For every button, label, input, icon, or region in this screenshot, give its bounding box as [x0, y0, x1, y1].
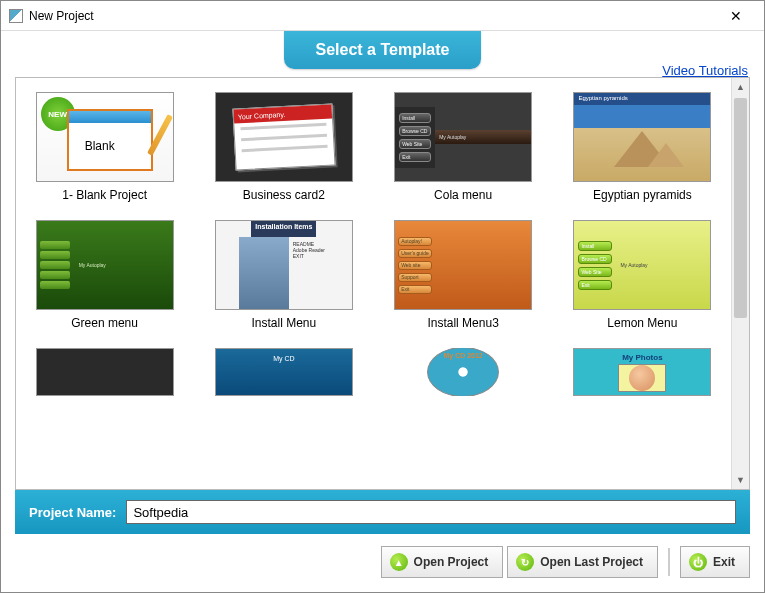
- header-tab: Select a Template: [284, 31, 482, 69]
- window-title: New Project: [29, 9, 94, 23]
- template-thumb: Install Browse CD Web Site Exit My Autop…: [573, 220, 711, 310]
- titlebar: New Project ✕: [1, 1, 764, 31]
- app-icon: [9, 9, 23, 23]
- template-gallery-panel: NEW Blank 1- Blank Project Your Company.: [15, 77, 750, 490]
- project-name-label: Project Name:: [29, 505, 116, 520]
- template-item-cola-menu[interactable]: Install Browse CD Web Site Exit My Autop…: [379, 92, 548, 202]
- template-item-egyptian[interactable]: Egyptian pyramids Egyptian pyramids: [558, 92, 727, 202]
- scroll-up-icon[interactable]: ▲: [732, 78, 749, 96]
- face-icon: [629, 365, 655, 391]
- button-label: Open Project: [414, 555, 489, 569]
- template-label: Install Menu3: [427, 316, 498, 330]
- template-thumb: Egyptian pyramids: [573, 92, 711, 182]
- template-item-partial[interactable]: My CD 2012: [379, 348, 548, 396]
- scroll-track[interactable]: [732, 96, 749, 471]
- template-label: 1- Blank Project: [62, 188, 147, 202]
- template-label: Business card2: [243, 188, 325, 202]
- open-project-button[interactable]: ▲ Open Project: [381, 546, 504, 578]
- button-label: Open Last Project: [540, 555, 643, 569]
- header-row: Select a Template Video Tutorials: [1, 31, 764, 69]
- template-item-partial[interactable]: [20, 348, 189, 396]
- button-separator: [668, 548, 670, 576]
- action-buttons-row: ▲ Open Project ↻ Open Last Project ⏻ Exi…: [1, 534, 764, 592]
- exit-button[interactable]: ⏻ Exit: [680, 546, 750, 578]
- tutorials-link-label: Video Tutorials: [662, 63, 748, 78]
- close-button[interactable]: ✕: [716, 4, 756, 28]
- template-thumb: Autoplay! User's guide Web site Support …: [394, 220, 532, 310]
- template-item-green-menu[interactable]: My Autoplay Green menu: [20, 220, 189, 330]
- template-thumb: Your Company.: [215, 92, 353, 182]
- template-thumb: My Autoplay: [36, 220, 174, 310]
- template-thumb: NEW Blank: [36, 92, 174, 182]
- template-gallery[interactable]: NEW Blank 1- Blank Project Your Company.: [16, 78, 731, 489]
- template-item-install-menu3[interactable]: Autoplay! User's guide Web site Support …: [379, 220, 548, 330]
- template-label: Egyptian pyramids: [593, 188, 692, 202]
- template-thumb: My Photos: [573, 348, 711, 396]
- template-item-install-menu[interactable]: Installation Items READMEAdobe ReaderEXI…: [199, 220, 368, 330]
- blank-window-icon: Blank: [67, 109, 153, 171]
- template-label: Install Menu: [252, 316, 317, 330]
- template-grid: NEW Blank 1- Blank Project Your Company.: [20, 92, 727, 396]
- eject-icon: ▲: [390, 553, 408, 571]
- template-label: Green menu: [71, 316, 138, 330]
- template-thumb: [36, 348, 174, 396]
- template-thumb: My CD 2012: [394, 348, 532, 396]
- template-label: Cola menu: [434, 188, 492, 202]
- template-thumb: My CD: [215, 348, 353, 396]
- template-item-lemon-menu[interactable]: Install Browse CD Web Site Exit My Autop…: [558, 220, 727, 330]
- header-tab-label: Select a Template: [316, 41, 450, 58]
- project-name-input[interactable]: [126, 500, 736, 524]
- new-project-window: New Project ✕ Select a Template Video Tu…: [0, 0, 765, 593]
- refresh-icon: ↻: [516, 553, 534, 571]
- scroll-thumb[interactable]: [734, 98, 747, 318]
- scrollbar[interactable]: ▲ ▼: [731, 78, 749, 489]
- template-thumb: Installation Items READMEAdobe ReaderEXI…: [215, 220, 353, 310]
- scroll-down-icon[interactable]: ▼: [732, 471, 749, 489]
- template-label: Lemon Menu: [607, 316, 677, 330]
- video-tutorials-link[interactable]: Video Tutorials: [662, 63, 748, 78]
- template-item-partial[interactable]: My Photos: [558, 348, 727, 396]
- template-item-business-card[interactable]: Your Company. Business card2: [199, 92, 368, 202]
- button-label: Exit: [713, 555, 735, 569]
- open-last-project-button[interactable]: ↻ Open Last Project: [507, 546, 658, 578]
- project-name-bar: Project Name:: [15, 490, 750, 534]
- template-item-partial[interactable]: My CD: [199, 348, 368, 396]
- titlebar-left: New Project: [9, 9, 94, 23]
- close-icon: ✕: [730, 8, 742, 24]
- template-thumb: Install Browse CD Web Site Exit My Autop…: [394, 92, 532, 182]
- cd-icon: My CD 2012: [427, 348, 499, 396]
- power-icon: ⏻: [689, 553, 707, 571]
- template-item-blank[interactable]: NEW Blank 1- Blank Project: [20, 92, 189, 202]
